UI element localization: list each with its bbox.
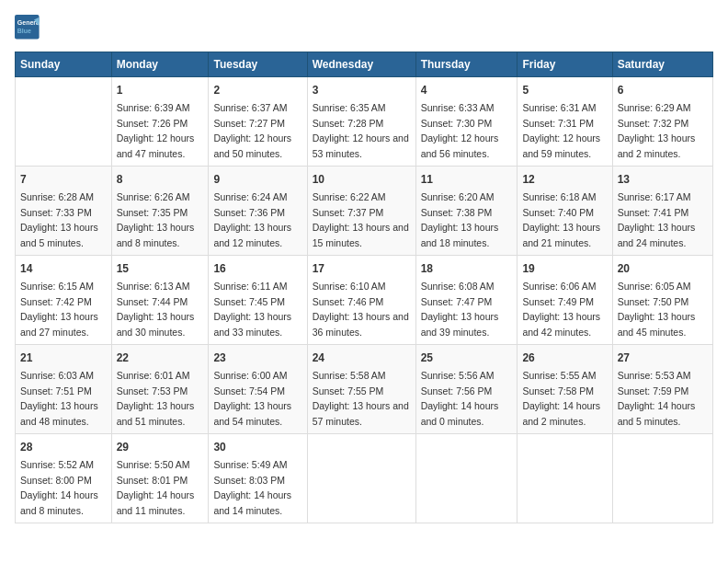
day-info: Sunrise: 6:24 AMSunset: 7:36 PMDaylight:…: [213, 191, 291, 248]
day-number: 19: [522, 260, 607, 277]
calendar-cell: 18Sunrise: 6:08 AMSunset: 7:47 PMDayligh…: [415, 256, 518, 345]
day-info: Sunrise: 6:01 AMSunset: 7:53 PMDaylight:…: [117, 370, 195, 427]
day-number: 7: [20, 171, 107, 188]
day-info: Sunrise: 6:29 AMSunset: 7:32 PMDaylight:…: [618, 102, 696, 159]
column-header-tuesday: Tuesday: [209, 52, 307, 77]
day-number: 27: [618, 350, 708, 366]
column-header-wednesday: Wednesday: [307, 52, 415, 77]
day-number: 23: [213, 350, 301, 366]
day-info: Sunrise: 6:22 AMSunset: 7:37 PMDaylight:…: [313, 191, 409, 248]
column-header-saturday: Saturday: [612, 52, 712, 77]
column-header-monday: Monday: [111, 52, 209, 77]
calendar-cell: 29Sunrise: 5:50 AMSunset: 8:01 PMDayligh…: [111, 434, 209, 523]
day-number: 12: [522, 171, 607, 188]
column-header-friday: Friday: [518, 52, 612, 77]
calendar-cell: 17Sunrise: 6:10 AMSunset: 7:46 PMDayligh…: [307, 256, 415, 345]
logo-icon: General Blue: [15, 15, 40, 40]
day-number: 3: [313, 82, 411, 98]
svg-text:Blue: Blue: [17, 28, 31, 34]
calendar-cell: 24Sunrise: 5:58 AMSunset: 7:55 PMDayligh…: [307, 345, 415, 434]
day-info: Sunrise: 6:18 AMSunset: 7:40 PMDaylight:…: [522, 191, 600, 248]
day-number: 9: [213, 171, 301, 188]
day-number: 25: [421, 350, 513, 366]
calendar-cell: 14Sunrise: 6:15 AMSunset: 7:42 PMDayligh…: [16, 256, 112, 345]
day-info: Sunrise: 6:08 AMSunset: 7:47 PMDaylight:…: [421, 281, 499, 338]
calendar-cell: 12Sunrise: 6:18 AMSunset: 7:40 PMDayligh…: [518, 167, 612, 256]
calendar-week-row: 14Sunrise: 6:15 AMSunset: 7:42 PMDayligh…: [16, 256, 713, 345]
day-number: 4: [421, 82, 513, 98]
day-number: 1: [117, 82, 204, 98]
calendar-cell: 4Sunrise: 6:33 AMSunset: 7:30 PMDaylight…: [415, 77, 518, 167]
day-info: Sunrise: 6:28 AMSunset: 7:33 PMDaylight:…: [20, 191, 98, 248]
day-number: 26: [522, 350, 607, 366]
day-number: 17: [313, 260, 411, 277]
calendar-cell: 5Sunrise: 6:31 AMSunset: 7:31 PMDaylight…: [518, 77, 612, 167]
calendar-cell: 21Sunrise: 6:03 AMSunset: 7:51 PMDayligh…: [16, 345, 112, 434]
calendar-table: SundayMondayTuesdayWednesdayThursdayFrid…: [15, 52, 713, 523]
page-header: General Blue: [15, 15, 713, 40]
calendar-cell: 8Sunrise: 6:26 AMSunset: 7:35 PMDaylight…: [111, 167, 209, 256]
calendar-cell: 23Sunrise: 6:00 AMSunset: 7:54 PMDayligh…: [209, 345, 307, 434]
day-number: 10: [313, 171, 411, 188]
calendar-cell: 10Sunrise: 6:22 AMSunset: 7:37 PMDayligh…: [307, 167, 415, 256]
calendar-cell: 19Sunrise: 6:06 AMSunset: 7:49 PMDayligh…: [518, 256, 612, 345]
day-info: Sunrise: 6:15 AMSunset: 7:42 PMDaylight:…: [20, 281, 98, 338]
day-info: Sunrise: 6:11 AMSunset: 7:45 PMDaylight:…: [213, 281, 291, 338]
calendar-header-row: SundayMondayTuesdayWednesdayThursdayFrid…: [16, 52, 713, 77]
calendar-cell: 20Sunrise: 6:05 AMSunset: 7:50 PMDayligh…: [612, 256, 712, 345]
day-number: 5: [522, 82, 607, 98]
column-header-sunday: Sunday: [16, 52, 112, 77]
calendar-week-row: 28Sunrise: 5:52 AMSunset: 8:00 PMDayligh…: [16, 434, 713, 523]
calendar-cell: 22Sunrise: 6:01 AMSunset: 7:53 PMDayligh…: [111, 345, 209, 434]
day-number: 11: [421, 171, 513, 188]
day-info: Sunrise: 5:55 AMSunset: 7:58 PMDaylight:…: [522, 370, 600, 427]
day-number: 20: [618, 260, 708, 277]
day-number: 24: [313, 350, 411, 366]
logo: General Blue: [15, 15, 40, 40]
day-info: Sunrise: 6:05 AMSunset: 7:50 PMDaylight:…: [618, 281, 696, 338]
day-info: Sunrise: 5:50 AMSunset: 8:01 PMDaylight:…: [117, 459, 195, 516]
calendar-cell: 25Sunrise: 5:56 AMSunset: 7:56 PMDayligh…: [415, 345, 518, 434]
day-number: 6: [618, 82, 708, 98]
day-info: Sunrise: 5:53 AMSunset: 7:59 PMDaylight:…: [618, 370, 696, 427]
calendar-cell: 26Sunrise: 5:55 AMSunset: 7:58 PMDayligh…: [518, 345, 612, 434]
day-info: Sunrise: 6:31 AMSunset: 7:31 PMDaylight:…: [522, 102, 600, 159]
calendar-cell: 6Sunrise: 6:29 AMSunset: 7:32 PMDaylight…: [612, 77, 712, 167]
day-info: Sunrise: 6:33 AMSunset: 7:30 PMDaylight:…: [421, 102, 499, 159]
calendar-cell: 13Sunrise: 6:17 AMSunset: 7:41 PMDayligh…: [612, 167, 712, 256]
calendar-cell: [307, 434, 415, 523]
day-info: Sunrise: 6:10 AMSunset: 7:46 PMDaylight:…: [313, 281, 409, 338]
calendar-cell: [518, 434, 612, 523]
calendar-cell: 3Sunrise: 6:35 AMSunset: 7:28 PMDaylight…: [307, 77, 415, 167]
calendar-week-row: 1Sunrise: 6:39 AMSunset: 7:26 PMDaylight…: [16, 77, 713, 167]
calendar-week-row: 21Sunrise: 6:03 AMSunset: 7:51 PMDayligh…: [16, 345, 713, 434]
day-info: Sunrise: 5:56 AMSunset: 7:56 PMDaylight:…: [421, 370, 499, 427]
day-info: Sunrise: 5:49 AMSunset: 8:03 PMDaylight:…: [213, 459, 291, 516]
calendar-cell: [415, 434, 518, 523]
calendar-cell: [16, 77, 112, 167]
day-info: Sunrise: 6:37 AMSunset: 7:27 PMDaylight:…: [213, 102, 291, 159]
calendar-cell: 1Sunrise: 6:39 AMSunset: 7:26 PMDaylight…: [111, 77, 209, 167]
calendar-cell: 16Sunrise: 6:11 AMSunset: 7:45 PMDayligh…: [209, 256, 307, 345]
day-number: 28: [20, 439, 107, 455]
day-number: 16: [213, 260, 301, 277]
day-number: 18: [421, 260, 513, 277]
calendar-cell: 2Sunrise: 6:37 AMSunset: 7:27 PMDaylight…: [209, 77, 307, 167]
day-info: Sunrise: 6:26 AMSunset: 7:35 PMDaylight:…: [117, 191, 195, 248]
day-number: 21: [20, 350, 107, 366]
day-number: 13: [618, 171, 708, 188]
calendar-cell: 27Sunrise: 5:53 AMSunset: 7:59 PMDayligh…: [612, 345, 712, 434]
day-info: Sunrise: 6:39 AMSunset: 7:26 PMDaylight:…: [117, 102, 195, 159]
day-info: Sunrise: 5:58 AMSunset: 7:55 PMDaylight:…: [313, 370, 409, 427]
day-number: 15: [117, 260, 204, 277]
day-number: 14: [20, 260, 107, 277]
calendar-cell: 9Sunrise: 6:24 AMSunset: 7:36 PMDaylight…: [209, 167, 307, 256]
calendar-cell: 28Sunrise: 5:52 AMSunset: 8:00 PMDayligh…: [16, 434, 112, 523]
day-info: Sunrise: 6:00 AMSunset: 7:54 PMDaylight:…: [213, 370, 291, 427]
calendar-cell: 11Sunrise: 6:20 AMSunset: 7:38 PMDayligh…: [415, 167, 518, 256]
day-number: 30: [213, 439, 301, 455]
day-number: 2: [213, 82, 301, 98]
day-number: 22: [117, 350, 204, 366]
day-number: 29: [117, 439, 204, 455]
day-info: Sunrise: 6:35 AMSunset: 7:28 PMDaylight:…: [313, 102, 409, 159]
